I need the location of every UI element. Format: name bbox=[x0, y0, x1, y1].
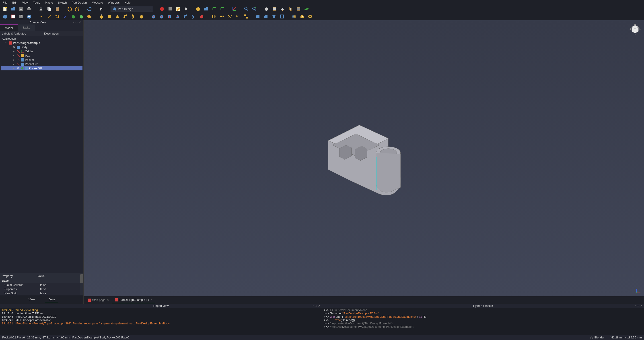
panel-close-icon[interactable]: ✕ bbox=[318, 304, 320, 308]
panel-float-icon[interactable]: ▫ bbox=[73, 21, 74, 24]
migrate-icon[interactable] bbox=[299, 13, 305, 19]
workbench-selector[interactable]: Part Design ⌵ bbox=[110, 6, 153, 12]
tab-view[interactable]: View bbox=[25, 297, 38, 302]
tree-pocket002[interactable]: ▸👁 Pocket002 bbox=[1, 66, 82, 70]
macro-play-icon[interactable] bbox=[183, 6, 189, 12]
redo-icon[interactable] bbox=[74, 6, 80, 12]
tab-data[interactable]: Data bbox=[45, 297, 58, 302]
doctab-example[interactable]: PartDesignExample : 1✕ bbox=[112, 297, 155, 303]
helix-icon[interactable] bbox=[131, 13, 136, 19]
macro-record-icon[interactable] bbox=[159, 6, 165, 12]
model-tree[interactable]: Application ▾ PartDesignExample ▾👁 Body … bbox=[0, 36, 83, 272]
close-icon[interactable]: ✕ bbox=[107, 299, 109, 302]
paste-icon[interactable] bbox=[54, 6, 60, 12]
tree-pad[interactable]: ▸ Pad bbox=[1, 53, 82, 58]
property-scrollbar[interactable] bbox=[80, 273, 83, 296]
sub-prim-icon[interactable] bbox=[199, 13, 205, 19]
tree-application[interactable]: Application bbox=[1, 36, 82, 41]
linear-pattern-icon[interactable] bbox=[219, 13, 225, 19]
menu-view[interactable]: View bbox=[21, 0, 29, 5]
print-icon[interactable] bbox=[26, 6, 32, 12]
scaled-icon[interactable] bbox=[243, 13, 249, 19]
multitransform-icon[interactable]: fx bbox=[235, 13, 241, 19]
view-top-icon[interactable] bbox=[280, 6, 285, 12]
panel-close-icon[interactable]: ✕ bbox=[79, 21, 81, 24]
sketch-create-icon[interactable] bbox=[10, 13, 16, 19]
additive-prim-icon[interactable] bbox=[139, 13, 144, 19]
clone-icon[interactable] bbox=[86, 13, 92, 19]
datum-plane-icon[interactable] bbox=[54, 13, 60, 19]
link-make-icon[interactable] bbox=[211, 6, 217, 12]
view-iso-icon[interactable] bbox=[264, 6, 269, 12]
fillet-icon[interactable] bbox=[255, 13, 261, 19]
datum-point-icon[interactable] bbox=[38, 13, 44, 19]
copy-icon[interactable] bbox=[46, 6, 52, 12]
panel-max-icon[interactable]: □ bbox=[637, 304, 639, 308]
cut-icon[interactable] bbox=[38, 6, 44, 12]
menu-edit[interactable]: Edit bbox=[11, 0, 18, 5]
view-right-icon[interactable] bbox=[288, 6, 293, 12]
property-panel[interactable]: Base Claim Childrenfalse Suppressfalse N… bbox=[0, 279, 80, 296]
3d-viewport[interactable] bbox=[84, 20, 644, 296]
macro-edit-icon[interactable] bbox=[175, 6, 181, 12]
polar-pattern-icon[interactable] bbox=[227, 13, 233, 19]
hole-icon[interactable] bbox=[159, 13, 164, 19]
shapebinder-icon[interactable] bbox=[70, 13, 76, 19]
sketch-edit-icon[interactable] bbox=[18, 13, 24, 19]
view-rear-icon[interactable] bbox=[296, 6, 302, 12]
tree-pocket001[interactable]: ▸ Pocket001 bbox=[1, 62, 82, 66]
tree-origin[interactable]: ▸ Origin bbox=[1, 49, 82, 53]
link-actions-icon[interactable] bbox=[219, 6, 225, 12]
sub-pipe-icon[interactable] bbox=[183, 13, 188, 19]
report-log[interactable]: 18:45:45 thread ViewFitting 18:45:46 run… bbox=[0, 308, 322, 335]
nav-style[interactable]: ▢Blender bbox=[590, 336, 604, 339]
panel-float-icon[interactable]: ▫ bbox=[313, 304, 314, 308]
panel-close-icon[interactable]: ✕ bbox=[640, 304, 643, 308]
menu-help[interactable]: Help bbox=[124, 0, 132, 5]
axis-tool-icon[interactable] bbox=[232, 6, 237, 12]
sprocket-icon[interactable] bbox=[307, 13, 313, 19]
panel-float-icon[interactable]: ▫ bbox=[635, 304, 636, 308]
mirror-icon[interactable] bbox=[211, 13, 217, 19]
menu-windows[interactable]: Windows bbox=[107, 0, 120, 5]
pipe-icon[interactable] bbox=[122, 13, 128, 19]
view-fit-icon[interactable] bbox=[244, 6, 249, 12]
navigation-cube[interactable] bbox=[628, 22, 642, 36]
refresh-icon[interactable] bbox=[86, 6, 92, 12]
pad-icon[interactable] bbox=[98, 13, 104, 19]
tree-document[interactable]: ▾ PartDesignExample bbox=[1, 41, 82, 45]
revolution-icon[interactable] bbox=[106, 13, 112, 19]
close-icon[interactable]: ✕ bbox=[150, 298, 152, 301]
thickness-icon[interactable] bbox=[279, 13, 285, 19]
menu-macro[interactable]: Macro bbox=[44, 0, 54, 5]
view-front-icon[interactable] bbox=[272, 6, 277, 12]
prop-claim-children[interactable]: Claim Childrenfalse bbox=[0, 283, 80, 287]
macro-stop-icon[interactable] bbox=[167, 6, 173, 12]
menu-file[interactable]: File bbox=[2, 0, 8, 5]
view-measure-icon[interactable] bbox=[304, 6, 310, 12]
datum-line-icon[interactable] bbox=[46, 13, 52, 19]
view-fit-sel-icon[interactable] bbox=[252, 6, 257, 12]
prop-suppress[interactable]: Suppressfalse bbox=[0, 287, 80, 291]
sub-loft-icon[interactable] bbox=[175, 13, 180, 19]
datum-cs-icon[interactable] bbox=[62, 13, 68, 19]
body-create-icon[interactable] bbox=[2, 13, 8, 19]
whatsthis-icon[interactable] bbox=[98, 6, 104, 12]
loft-icon[interactable] bbox=[114, 13, 120, 19]
sketch-map-icon[interactable] bbox=[26, 13, 32, 19]
pocket-icon[interactable] bbox=[151, 13, 156, 19]
save-icon[interactable] bbox=[18, 6, 24, 12]
draft-icon[interactable] bbox=[271, 13, 277, 19]
menu-measure[interactable]: Measure bbox=[91, 0, 104, 5]
undo-icon[interactable] bbox=[66, 6, 72, 12]
tree-pocket[interactable]: ▸ Pocket bbox=[1, 58, 82, 62]
tab-tasks[interactable]: Tasks bbox=[18, 24, 35, 31]
tab-model[interactable]: Model bbox=[0, 24, 18, 31]
part-create-icon[interactable] bbox=[195, 6, 201, 12]
tree-body-item[interactable]: ▾👁 Body bbox=[1, 45, 82, 49]
new-icon[interactable] bbox=[2, 6, 8, 12]
chamfer-icon[interactable] bbox=[263, 13, 269, 19]
panel-max-icon[interactable]: □ bbox=[76, 21, 77, 24]
panel-max-icon[interactable]: □ bbox=[315, 304, 317, 308]
menu-partdesign[interactable]: Part Design bbox=[71, 0, 88, 5]
